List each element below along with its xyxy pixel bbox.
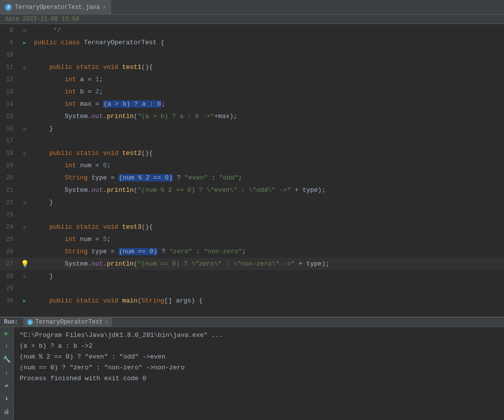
code-token: static	[76, 63, 103, 71]
run-split-button[interactable]: ⇌	[2, 381, 12, 390]
fold-icon[interactable]: ◇	[23, 64, 26, 70]
line-number: 30	[0, 298, 17, 304]
close-icon[interactable]: ×	[103, 4, 106, 10]
code-content: */	[32, 24, 504, 36]
code-content: public class TernaryOperatorTest {	[32, 36, 504, 49]
code-line: 8◇ */	[0, 24, 504, 36]
code-token: num =	[80, 236, 103, 243]
fold-icon[interactable]: ◇	[23, 126, 26, 132]
code-token: :	[208, 174, 219, 181]
code-token: int	[34, 88, 80, 95]
code-line: 10	[0, 49, 504, 61]
code-token: ;	[161, 100, 165, 108]
code-content: System.out.println("(num == 0) ? \"zero\…	[32, 258, 504, 270]
code-line: 12 int a = 1;	[0, 73, 504, 86]
code-token: ;	[99, 76, 103, 83]
code-content: String type = (num == 0) ? "zero" : "non…	[32, 245, 504, 258]
code-token: type =	[91, 248, 119, 255]
fold-icon[interactable]: ◇	[23, 150, 26, 156]
gutter: ◇	[17, 126, 32, 132]
gutter: ▶	[17, 298, 32, 304]
date-text: date 2023-11-08 15:50	[5, 16, 79, 23]
code-token: {	[160, 39, 164, 46]
fold-icon[interactable]: ◇	[23, 28, 26, 33]
run-down-button[interactable]: ↓	[2, 368, 12, 378]
code-line: 20 String type = (num % 2 == 0) ? "even"…	[0, 172, 504, 184]
code-content: }	[32, 196, 504, 209]
code-token: b =	[80, 88, 95, 95]
code-token: static	[76, 223, 103, 231]
line-number: 22	[0, 199, 17, 206]
gutter: 💡	[17, 260, 32, 268]
code-line: 26 String type = (num == 0) ? "zero" : "…	[0, 245, 504, 258]
code-token: test2	[122, 150, 141, 157]
run-tab-bar: Run: J TernaryOperatorTest ×	[0, 318, 504, 327]
run-import-button[interactable]: ⬇	[2, 394, 12, 404]
run-gutter-icon[interactable]: ▶	[23, 40, 26, 46]
code-line: 25 int num = 5;	[0, 233, 504, 245]
code-token: int	[34, 236, 80, 243]
code-token: int	[34, 76, 80, 83]
code-line: 27💡 System.out.println("(num == 0) ? \"z…	[0, 258, 504, 270]
code-line: 17	[0, 135, 504, 147]
line-number: 15	[0, 113, 17, 120]
code-content: public static void test1(){	[32, 61, 504, 73]
code-token: ;	[238, 174, 242, 181]
bottom-panel: Run: J TernaryOperatorTest × ▶ ↑ 🔧 ↓ ⇌ ⬇…	[0, 317, 504, 420]
line-number: 13	[0, 89, 17, 95]
date-bar: date 2023-11-08 15:50	[0, 15, 504, 24]
gutter: ◇	[17, 273, 32, 279]
java-icon: J	[5, 4, 12, 11]
run-tab[interactable]: J TernaryOperatorTest ×	[23, 318, 112, 327]
code-token: (){	[141, 150, 152, 157]
code-content: int a = 1;	[32, 73, 504, 86]
code-token: :	[192, 248, 204, 255]
code-content: public static void test3(){	[32, 221, 504, 233]
code-token: System.	[34, 113, 91, 120]
code-token: public	[34, 150, 76, 157]
run-play-button[interactable]: ▶	[2, 329, 12, 338]
run-output: "C:\Program Files\Java\jdk1.8.0_201\bin\…	[14, 327, 504, 420]
run-sidebar: ▶ ↑ 🔧 ↓ ⇌ ⬇ 🖨 ⏹ "C:\Program Files\Java\j…	[0, 327, 504, 420]
code-token: (){	[141, 63, 152, 71]
bulb-icon[interactable]: 💡	[21, 260, 29, 268]
code-content: int max = (a > b) ? a : b;	[32, 98, 504, 110]
code-lines: 8◇ */9▶public class TernaryOperatorTest …	[0, 24, 504, 317]
code-content: }	[32, 270, 504, 282]
gutter: ◇	[17, 28, 32, 33]
fold-icon[interactable]: ◇	[23, 200, 26, 206]
code-token: int	[34, 162, 80, 169]
code-line: 21 System.out.println("(num % 2 == 0) ? …	[0, 184, 504, 196]
code-token: "even"	[184, 174, 208, 181]
code-token: (){	[141, 223, 152, 231]
code-line: 28◇ }	[0, 270, 504, 282]
run-tab-title: TernaryOperatorTest	[35, 319, 103, 326]
line-number: 17	[0, 138, 17, 145]
file-tab[interactable]: J TernaryOperatorTest.java ×	[0, 0, 111, 15]
run-rerun-button[interactable]: ↑	[2, 342, 12, 352]
code-token: println	[107, 186, 134, 194]
code-line: 23	[0, 209, 504, 221]
run-tab-close[interactable]: ×	[105, 320, 108, 325]
gutter: ◇	[17, 200, 32, 206]
code-line: 30▶ public static void main(String[] arg…	[0, 295, 504, 307]
gutter: ◇	[17, 150, 32, 156]
code-content: int num = 5;	[32, 233, 504, 245]
run-gutter-icon[interactable]: ▶	[23, 298, 26, 304]
output-line: (num == 0) ? "zero" : "non-zero" ->non-z…	[20, 362, 498, 373]
fold-icon[interactable]: ◇	[23, 224, 26, 230]
code-token: + type);	[295, 260, 329, 268]
fold-icon[interactable]: ◇	[23, 273, 26, 279]
code-token: main	[122, 297, 137, 304]
code-line: 11◇ public static void test1(){	[0, 61, 504, 73]
run-print-button[interactable]: 🖨	[2, 407, 12, 417]
code-token: public	[34, 63, 76, 71]
code-line: 18◇ public static void test2(){	[0, 147, 504, 159]
run-wrench-button[interactable]: 🔧	[2, 355, 12, 364]
code-token: TernaryOperatorTest	[84, 39, 160, 46]
tab-title: TernaryOperatorTest.java	[15, 4, 100, 11]
code-line: 22◇ }	[0, 196, 504, 209]
code-token: + type);	[291, 186, 326, 194]
code-token: "(num == 0) ? \"zero\" : \"non-zero\" ->…	[138, 260, 295, 268]
code-token: "(num % 2 == 0) ? \"even\" : \"odd\" ->"	[138, 186, 291, 194]
